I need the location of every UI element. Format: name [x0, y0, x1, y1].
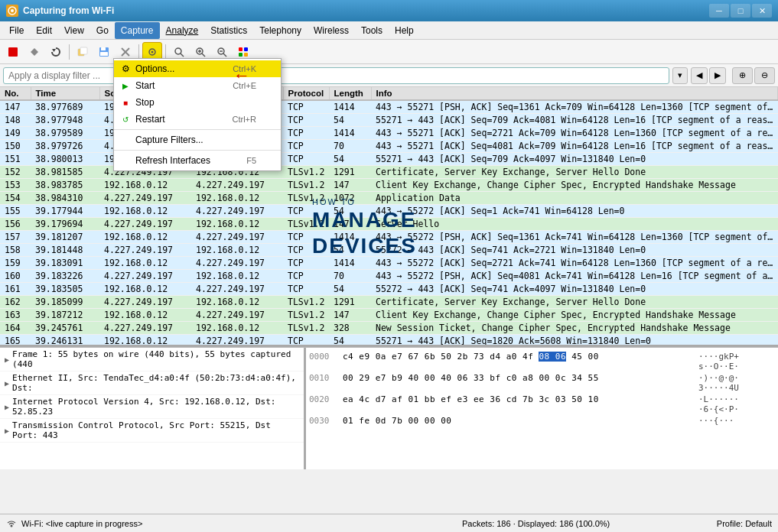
- jump-prev-button[interactable]: ⊖: [754, 67, 775, 84]
- cell-time: 39.179694: [31, 218, 99, 231]
- start-label: Start: [135, 80, 155, 91]
- filter-expression-button[interactable]: ▾: [672, 67, 688, 84]
- cell-src: 192.168.0.12: [99, 231, 191, 244]
- menu-item-stop[interactable]: ■ Stop: [114, 94, 281, 111]
- table-row[interactable]: 160 39.183226 4.227.249.197 192.168.0.12…: [0, 270, 778, 283]
- status-packets-info: Packets: 186 · Displayed: 186 (100.0%): [361, 519, 710, 528]
- cell-len: 1291: [329, 166, 371, 179]
- packet-detail[interactable]: ▶Frame 1: 55 bytes on wire (440 bits), 5…: [0, 348, 306, 469]
- menu-telephony[interactable]: Telephony: [253, 22, 308, 39]
- menu-statistics[interactable]: Statistics: [204, 22, 253, 39]
- cell-no: 155: [0, 205, 31, 218]
- menu-go[interactable]: Go: [90, 22, 115, 39]
- cell-proto: TCP: [283, 244, 329, 257]
- cell-len: 70: [329, 140, 371, 153]
- menu-capture[interactable]: Capture: [115, 22, 160, 39]
- jump-next-button[interactable]: ⊕: [732, 67, 753, 84]
- filter-arrow-left[interactable]: ◀: [691, 67, 708, 84]
- cell-no: 149: [0, 127, 31, 140]
- cell-no: 161: [0, 283, 31, 296]
- table-row[interactable]: 161 39.183505 192.168.0.12 4.227.249.197…: [0, 283, 778, 296]
- menu-item-options[interactable]: ⚙ Options... Ctrl+K: [114, 60, 281, 77]
- menu-item-capture-filters[interactable]: Capture Filters...: [114, 131, 281, 148]
- detail-row[interactable]: ▶Frame 1: 55 bytes on wire (440 bits), 5…: [0, 348, 304, 371]
- cell-info: Client Key Exchange, Change Cipher Spec,…: [371, 179, 778, 192]
- filter-arrow-right[interactable]: ▶: [709, 67, 726, 84]
- menu-help[interactable]: Help: [389, 22, 420, 39]
- cell-dst: 4.227.249.197: [191, 205, 283, 218]
- col-header-protocol: Protocol: [283, 87, 329, 100]
- status-profile: Profile: Default: [717, 519, 772, 528]
- svg-rect-23: [239, 47, 243, 51]
- status-left: Wi-Fi: <live capture in progress>: [6, 518, 355, 529]
- stop-capture-button[interactable]: [24, 42, 44, 62]
- table-row[interactable]: 154 38.984310 4.227.249.197 192.168.0.12…: [0, 192, 778, 205]
- cell-proto: TLSv1.2: [283, 166, 329, 179]
- cell-len: 70: [329, 270, 371, 283]
- cell-time: 39.183091: [31, 257, 99, 270]
- cell-dst: 192.168.0.12: [191, 192, 283, 205]
- maximize-button[interactable]: □: [731, 4, 750, 18]
- table-row[interactable]: 158 39.181448 4.227.249.197 192.168.0.12…: [0, 244, 778, 257]
- cell-info: 443 → 55271 [PSH, ACK] Seq=1361 Ack=709 …: [371, 100, 778, 114]
- detail-row[interactable]: ▶Ethernet II, Src: TendaTec_d4:a0:4f (50…: [0, 371, 304, 395]
- table-row[interactable]: 155 39.177944 192.168.0.12 4.227.249.197…: [0, 205, 778, 218]
- svg-rect-8: [101, 47, 106, 50]
- cell-time: 39.183226: [31, 270, 99, 283]
- capture-filters-icon: [119, 133, 132, 147]
- menu-item-refresh-interfaces[interactable]: Refresh Interfaces F5: [114, 152, 281, 169]
- menu-analyze[interactable]: Analyze: [160, 22, 205, 39]
- minimize-button[interactable]: ─: [709, 4, 729, 18]
- cell-time: 38.977689: [31, 100, 99, 114]
- cell-info: 55272 → 443 [ACK] Seq=741 Ack=4097 Win=1…: [371, 283, 778, 296]
- cell-src: 4.227.249.197: [99, 218, 191, 231]
- detail-row[interactable]: ▶Internet Protocol Version 4, Src: 192.1…: [0, 395, 304, 419]
- cell-proto: TLSv1.2: [283, 296, 329, 309]
- restart-shortcut: Ctrl+R: [233, 115, 256, 124]
- cell-len: 54: [329, 153, 371, 166]
- cell-len: 54: [329, 205, 371, 218]
- start-capture-button[interactable]: [3, 42, 23, 62]
- cell-no: 164: [0, 322, 31, 335]
- svg-rect-24: [244, 47, 248, 51]
- cell-time: 38.980013: [31, 153, 99, 166]
- menu-edit[interactable]: Edit: [30, 22, 58, 39]
- cell-info: New Session Ticket, Change Cipher Spec, …: [371, 322, 778, 335]
- table-row[interactable]: 162 39.185099 4.227.249.197 192.168.0.12…: [0, 296, 778, 309]
- restart-capture-button[interactable]: [46, 42, 66, 62]
- menu-view[interactable]: View: [58, 22, 90, 39]
- cell-proto: TLSv1.2: [283, 179, 329, 192]
- menu-item-start[interactable]: ▶ Start Ctrl+E: [114, 77, 281, 94]
- display-filter-input[interactable]: [3, 67, 669, 84]
- detail-row[interactable]: ▶Transmission Control Protocol, Src Port…: [0, 419, 304, 443]
- col-header-time: Time: [31, 87, 99, 100]
- table-row[interactable]: 153 38.983785 192.168.0.12 4.227.249.197…: [0, 179, 778, 192]
- table-row[interactable]: 156 39.179694 4.227.249.197 192.168.0.12…: [0, 218, 778, 231]
- cell-info: 443 → 55272 [ACK] Seq=2721 Ack=741 Win=6…: [371, 257, 778, 270]
- expand-arrow: ▶: [5, 379, 9, 388]
- cell-no: 163: [0, 309, 31, 322]
- svg-point-14: [175, 48, 181, 54]
- open-file-button[interactable]: [73, 42, 93, 62]
- table-row[interactable]: 163 39.187212 192.168.0.12 4.227.249.197…: [0, 309, 778, 322]
- cell-len: 1414: [329, 231, 371, 244]
- table-row[interactable]: 165 39.246131 192.168.0.12 4.227.249.197…: [0, 335, 778, 348]
- svg-point-1: [11, 9, 14, 12]
- cell-info: 443 → 55271 [ACK] Seq=2721 Ack=709 Win=6…: [371, 127, 778, 140]
- cell-dst: 4.227.249.197: [191, 231, 283, 244]
- cell-no: 157: [0, 231, 31, 244]
- table-row[interactable]: 157 39.181207 192.168.0.12 4.227.249.197…: [0, 231, 778, 244]
- menu-tools[interactable]: Tools: [355, 22, 389, 39]
- cell-info: 443 → 55272 [ACK] Seq=1 Ack=741 Win=6412…: [371, 205, 778, 218]
- table-row[interactable]: 164 39.245761 4.227.249.197 192.168.0.12…: [0, 322, 778, 335]
- menu-wireless[interactable]: Wireless: [308, 22, 355, 39]
- table-row[interactable]: 159 39.183091 192.168.0.12 4.227.249.197…: [0, 257, 778, 270]
- hex-bytes: ea 4c d7 af 01 bb ef e3 ee 36 cd 7b 3c 0…: [343, 394, 692, 414]
- close-button[interactable]: ✕: [752, 4, 772, 18]
- menu-item-restart[interactable]: ↺ Restart Ctrl+R: [114, 111, 281, 128]
- stop-icon: ■: [119, 96, 132, 109]
- packet-hex[interactable]: 0000 c4 e9 0a e7 67 6b 50 2b 73 d4 a0 4f…: [306, 348, 778, 469]
- menu-file[interactable]: File: [3, 22, 30, 39]
- save-file-button[interactable]: [94, 42, 114, 62]
- hex-row: 0030 01 fe 0d 7b 00 00 00 ···{···: [309, 415, 775, 427]
